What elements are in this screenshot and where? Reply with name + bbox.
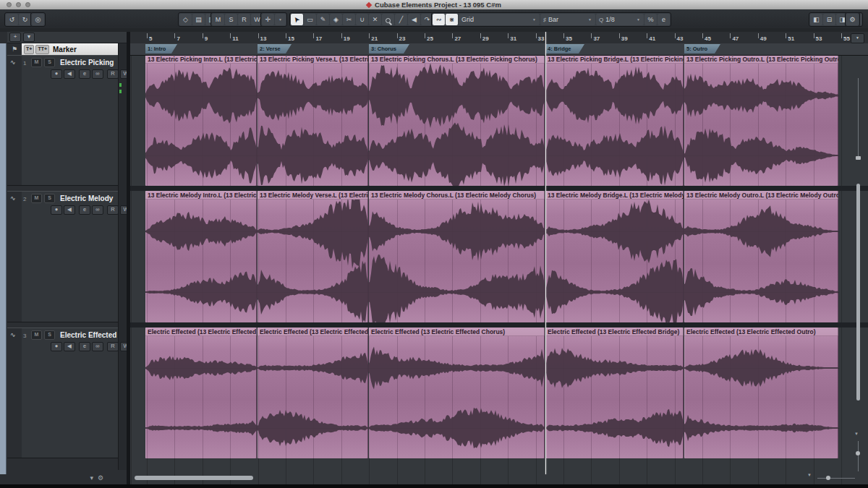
audio-region[interactable]: 13 Electric Melody Bridge.L (13 Electric…: [545, 191, 684, 322]
vertical-zoom-slider[interactable]: [858, 78, 859, 159]
track-list-collapse-button[interactable]: ▾: [90, 474, 93, 481]
autoscroll-dropdown[interactable]: ▼: [275, 14, 286, 25]
track-solo-button[interactable]: S: [44, 194, 55, 203]
vertical-zoom-handle[interactable]: [856, 156, 861, 160]
track-mute-button[interactable]: M: [31, 194, 42, 203]
horizontal-zoom-handle[interactable]: [826, 476, 830, 480]
left-zone-toggle[interactable]: ◧: [810, 14, 822, 25]
audio-region[interactable]: 13 Electric Picking Verse.L (13 Electric…: [258, 55, 368, 186]
track-mute-button[interactable]: M: [31, 330, 42, 340]
glue-tool[interactable]: ∪: [356, 14, 368, 25]
waveform-zoom-handle[interactable]: [856, 451, 860, 455]
open-quantize-panel-button[interactable]: e: [658, 14, 670, 25]
iterative-quantize-button[interactable]: %: [644, 14, 657, 25]
ruler-tick: [563, 33, 564, 38]
ruler[interactable]: 5791113151719212325272931333537394143454…: [130, 32, 868, 44]
edit-channel-button[interactable]: e: [79, 342, 90, 351]
marker-lane[interactable]: 1: Intro2: Verse3: Chorus4: Bridge5: Out…: [130, 43, 868, 56]
add-marker-button[interactable]: T+: [24, 45, 34, 54]
grid-type-dropdown[interactable]: Grid ▼: [459, 14, 540, 25]
global-automation-read-button[interactable]: R: [238, 14, 250, 25]
automation-read-button[interactable]: R: [107, 342, 119, 351]
play-tool[interactable]: ◀: [408, 14, 420, 25]
track-name: Electric Effected: [60, 331, 116, 339]
audio-region[interactable]: Electric Effected (13 Electric Effected …: [369, 328, 545, 458]
record-arm-button[interactable]: ●: [51, 69, 62, 79]
ruler-options-button[interactable]: ▼: [851, 33, 864, 43]
global-solo-button[interactable]: S: [225, 14, 237, 25]
horizontal-zoom-slider[interactable]: [817, 478, 855, 479]
track-list-footer: ▾ ⚙: [7, 471, 127, 484]
ruler-tick: [230, 33, 231, 38]
automation-read-button[interactable]: R: [107, 205, 119, 215]
playhead-cursor[interactable]: [545, 32, 546, 474]
waveform-zoom-slider[interactable]: [858, 441, 859, 471]
record-arm-button[interactable]: ●: [51, 342, 62, 351]
range-selection-tool[interactable]: ▭: [304, 14, 316, 25]
track-solo-button[interactable]: S: [44, 58, 55, 67]
constrain-delay-compensation-button[interactable]: ◎: [32, 14, 44, 25]
record-arm-button[interactable]: ●: [51, 205, 62, 215]
split-tool[interactable]: ✂: [343, 14, 355, 25]
object-selection-tool[interactable]: ➤: [291, 14, 303, 25]
audio-region[interactable]: 13 Electric Picking Bridge.L (13 Electri…: [545, 55, 684, 186]
track-row-3[interactable]: ∿3MSElectric Effected●◀e∞RW: [7, 328, 118, 458]
horizontal-zoom-menu-button[interactable]: ▼: [807, 473, 812, 477]
zoom-tool[interactable]: [382, 14, 394, 25]
freeze-button[interactable]: ∞: [92, 342, 103, 351]
marker-flag[interactable]: 2: Verse: [258, 44, 292, 53]
snap-type-button[interactable]: ⋇: [446, 14, 458, 25]
edit-channel-button[interactable]: e: [79, 69, 90, 79]
lower-zone-toggle[interactable]: ⊟: [823, 14, 835, 25]
track-solo-button[interactable]: S: [44, 330, 55, 340]
track-list-settings-button[interactable]: ⚙: [98, 474, 103, 481]
line-tool[interactable]: ╱: [395, 14, 407, 25]
vertical-scrollbar[interactable]: [856, 184, 860, 401]
monitor-button[interactable]: ◀: [64, 69, 75, 79]
marker-flag[interactable]: 4: Bridge: [545, 44, 584, 53]
activate-project-button[interactable]: ◇: [179, 14, 192, 25]
freeze-button[interactable]: ∞: [92, 205, 103, 215]
quantize-dropdown[interactable]: Q 1/8 ▼: [596, 14, 644, 25]
audio-region[interactable]: 13 Electric Picking Intro.L (13 Electric…: [145, 55, 257, 186]
add-track-button[interactable]: +: [9, 33, 21, 42]
audio-region[interactable]: Electric Effected (13 Electric Effected …: [145, 328, 257, 458]
marker-flag[interactable]: 1: Intro: [145, 44, 177, 53]
marker-track-row[interactable]: ⚑ T+ TT+ Marker: [7, 43, 118, 55]
audio-track-icon: ∿: [10, 194, 16, 202]
track-row-2[interactable]: ∿2MSElectric Melody●◀e∞RW: [7, 191, 118, 322]
track-row-1[interactable]: ∿1MSElectric Picking●◀e∞RW: [7, 55, 118, 186]
open-pool-button[interactable]: ▤: [192, 14, 205, 25]
draw-tool[interactable]: ✎: [317, 14, 329, 25]
horizontal-scrollbar[interactable]: [135, 476, 253, 480]
audio-region[interactable]: Electric Effected (13 Electric Effected …: [545, 328, 684, 458]
grid-value-dropdown[interactable]: ♯ Bar ▼: [540, 14, 595, 25]
freeze-button[interactable]: ∞: [92, 69, 103, 79]
audio-region[interactable]: 13 Electric Picking Outro.L (13 Electric…: [684, 55, 838, 186]
erase-tool[interactable]: ◈: [330, 14, 342, 25]
mute-tool[interactable]: ✕: [369, 14, 381, 25]
audio-region[interactable]: Electric Effected (13 Electric Effected …: [684, 328, 838, 458]
snap-toggle-button[interactable]: ∾: [433, 14, 445, 25]
marker-flag[interactable]: 3: Chorus: [369, 44, 409, 53]
audio-region[interactable]: Electric Effected (13 Electric Effected …: [258, 328, 368, 458]
marker-flag[interactable]: 5: Outro: [684, 44, 720, 53]
add-cycle-marker-button[interactable]: TT+: [35, 45, 49, 54]
audio-region[interactable]: 13 Electric Picking Chorus.L (13 Electri…: [369, 55, 545, 186]
monitor-button[interactable]: ◀: [64, 342, 75, 351]
automation-read-button[interactable]: R: [107, 69, 119, 79]
redo-button[interactable]: ↻: [19, 14, 31, 25]
autoscroll-button[interactable]: ✛: [262, 14, 274, 25]
undo-button[interactable]: ↺: [6, 14, 18, 25]
audio-region[interactable]: 13 Electric Melody Outro.L (13 Electric …: [684, 191, 838, 322]
toolbar-setup-button[interactable]: ⚙: [846, 14, 859, 25]
track-list-options-button[interactable]: ▾: [23, 33, 35, 42]
edit-channel-button[interactable]: e: [79, 205, 90, 215]
waveform-zoom-menu-button[interactable]: ▼: [854, 432, 859, 436]
monitor-button[interactable]: ◀: [64, 205, 75, 215]
audio-region[interactable]: 13 Electric Melody Chorus.L (13 Electric…: [369, 191, 545, 322]
audio-region[interactable]: 13 Electric Melody Verse.L (13 Electric …: [258, 191, 368, 322]
audio-region[interactable]: 13 Electric Melody Intro.L (13 Electric …: [145, 191, 257, 322]
global-mute-button[interactable]: M: [212, 14, 224, 25]
track-mute-button[interactable]: M: [31, 58, 42, 67]
